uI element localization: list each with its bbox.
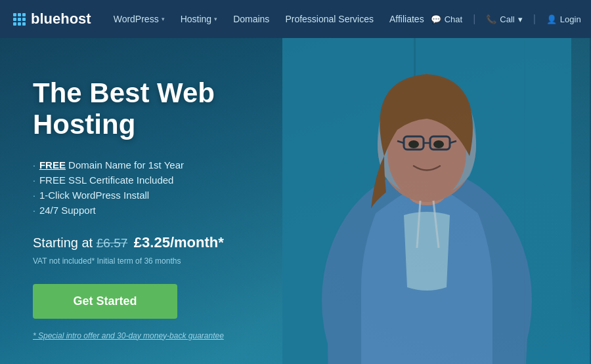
features-list: · FREE Domain Name for 1st Year · FREE S… — [33, 159, 282, 216]
bullet-icon: · — [33, 160, 35, 171]
svg-rect-18 — [282, 38, 571, 364]
chat-button[interactable]: 💬 Chat — [431, 14, 462, 24]
hero-section: The Best Web Hosting · FREE Domain Name … — [0, 38, 591, 364]
nav-item-professional-services[interactable]: Professional Services — [278, 9, 380, 30]
call-button[interactable]: 📞 Call ▾ — [486, 14, 522, 24]
bullet-icon: · — [33, 190, 35, 201]
hero-title: The Best Web Hosting — [33, 77, 282, 141]
pricing-note: VAT not included* Initial term of 36 mon… — [33, 256, 282, 266]
chevron-down-icon: ▾ — [214, 16, 217, 22]
nav-right: 💬 Chat | 📞 Call ▾ | 👤 Login | 🇬🇧 GBP ▾ — [431, 13, 591, 25]
get-started-button[interactable]: Get Started — [33, 284, 177, 319]
feature-item-4: · 24/7 Support — [33, 205, 282, 216]
hero-person-image — [282, 38, 571, 364]
login-button[interactable]: 👤 Login — [546, 14, 581, 24]
user-icon: 👤 — [546, 14, 557, 24]
feature-item-3: · 1-Click WordPress Install — [33, 190, 282, 201]
navbar: bluehost WordPress ▾ Hosting ▾ Domains P… — [0, 0, 591, 38]
sale-price: £3.25/month* — [134, 234, 224, 251]
feature-item-1: · FREE Domain Name for 1st Year — [33, 159, 282, 171]
nav-separator: | — [473, 13, 475, 25]
feature-item-2: · FREE SSL Certificate Included — [33, 174, 282, 186]
pricing-block: Starting at £6.57 £3.25/month* — [33, 234, 282, 251]
free-badge: FREE — [39, 159, 66, 171]
logo[interactable]: bluehost — [13, 10, 91, 28]
hero-content: The Best Web Hosting · FREE Domain Name … — [0, 38, 315, 364]
nav-links: WordPress ▾ Hosting ▾ Domains Profession… — [107, 9, 431, 30]
guarantee-link[interactable]: * Special intro offer and 30-day money-b… — [33, 331, 224, 340]
nav-item-domains[interactable]: Domains — [227, 9, 276, 30]
phone-icon: 📞 — [486, 14, 496, 24]
bullet-icon: · — [33, 205, 35, 216]
original-price: £6.57 — [97, 236, 128, 250]
bullet-icon: · — [33, 175, 35, 186]
chevron-down-icon: ▾ — [162, 16, 165, 22]
nav-item-affiliates[interactable]: Affiliates — [383, 9, 431, 30]
logo-text: bluehost — [31, 10, 91, 28]
pricing-label: Starting at — [33, 235, 97, 250]
nav-item-hosting[interactable]: Hosting ▾ — [174, 9, 224, 30]
chat-icon: 💬 — [431, 14, 441, 24]
nav-left: bluehost WordPress ▾ Hosting ▾ Domains P… — [13, 9, 431, 30]
nav-separator-2: | — [533, 13, 536, 25]
chevron-down-icon: ▾ — [518, 14, 523, 24]
logo-grid-icon — [13, 13, 26, 26]
nav-item-wordpress[interactable]: WordPress ▾ — [107, 9, 171, 30]
